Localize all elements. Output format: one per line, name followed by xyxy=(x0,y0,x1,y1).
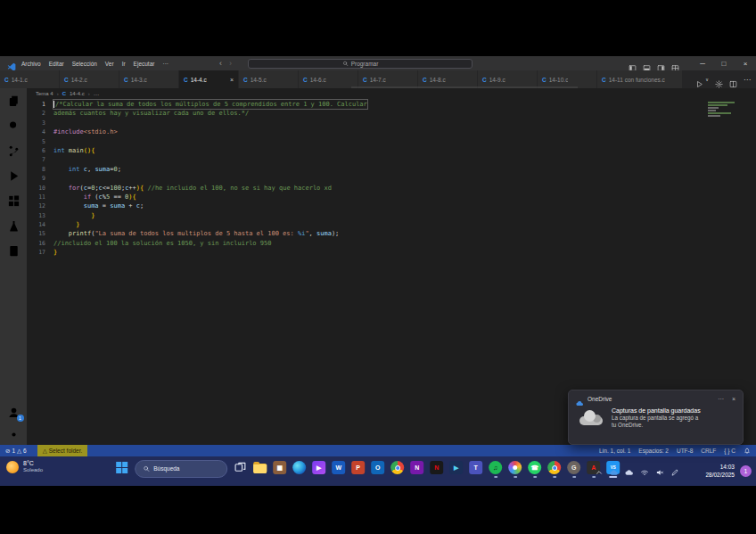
explorer-icon[interactable] xyxy=(7,94,21,108)
tab-close-icon[interactable]: × xyxy=(230,77,234,83)
line-number: 17 xyxy=(27,248,53,257)
whatsapp-glyph: ☎ xyxy=(528,461,541,474)
maximize-button[interactable]: □ xyxy=(713,60,735,68)
prime-video-taskbar-icon[interactable]: ▶ xyxy=(449,461,463,478)
more-actions-icon[interactable]: ⋯ xyxy=(744,76,751,84)
minimap[interactable] xyxy=(708,102,740,123)
tab-14-9.c[interactable]: C14-9.c xyxy=(478,70,538,88)
file-explorer-taskbar-icon[interactable] xyxy=(253,462,267,477)
tab-14-8.c[interactable]: C14-8.c xyxy=(418,70,478,88)
outlook-taskbar-icon[interactable]: O xyxy=(371,461,384,478)
spotify-taskbar-icon[interactable]: ♫ xyxy=(489,461,502,478)
toast-more-button[interactable]: ⋯ xyxy=(718,396,724,403)
menu-editar[interactable]: Editar xyxy=(49,61,64,67)
breadcrumb[interactable]: Tema 4 › C 14-4.c › ⋯ xyxy=(27,88,756,99)
search-pill-taskbar-icon[interactable]: Búsqueda xyxy=(135,462,227,478)
account-badge: 1 xyxy=(17,415,24,422)
taskbar-clock[interactable]: 14:03 28/02/2025 xyxy=(705,464,735,479)
tab-14-10.c[interactable]: C14-10.c xyxy=(538,70,597,88)
menu-archivo[interactable]: Archivo xyxy=(21,61,41,67)
breadcrumb-folder[interactable]: Tema 4 xyxy=(36,91,53,96)
media-player-taskbar-icon[interactable]: ▶ xyxy=(312,461,325,478)
panel-right-icon[interactable] xyxy=(657,60,665,68)
run-debug-icon[interactable] xyxy=(7,169,21,183)
layout-grid-icon[interactable] xyxy=(671,60,679,68)
status-l-n-1-col-1[interactable]: Lín. 1, col. 1 xyxy=(599,448,630,454)
account-icon[interactable]: 1 xyxy=(7,406,21,419)
edge-taskbar-icon[interactable] xyxy=(292,461,306,478)
chevron-up-icon[interactable] xyxy=(595,464,604,473)
status-crlf[interactable]: CRLF xyxy=(701,448,716,454)
run-icon[interactable] xyxy=(695,76,703,84)
tab-14-11 con funciones.c[interactable]: C14-11 con funciones.c xyxy=(597,70,683,88)
pen-icon[interactable] xyxy=(670,464,679,473)
menu-ejecutar[interactable]: Ejecutar xyxy=(134,61,155,67)
status--c[interactable]: { } C xyxy=(724,448,735,454)
tab-14-5.c[interactable]: C14-5.c xyxy=(239,70,299,88)
extensions-icon[interactable] xyxy=(7,194,21,208)
c-file-icon: C xyxy=(124,77,128,83)
microsoft-store-taskbar-icon[interactable]: ▦ xyxy=(273,461,286,478)
close-button[interactable]: × xyxy=(735,60,756,68)
notebook-icon[interactable] xyxy=(7,244,21,258)
task-view-taskbar-icon[interactable] xyxy=(234,461,247,478)
run-dropdown-icon[interactable]: ∨ xyxy=(705,77,709,82)
weather-temp: 8°C xyxy=(23,460,43,467)
source-control-icon[interactable] xyxy=(7,144,21,158)
tab-14-2.c[interactable]: C14-2.c xyxy=(60,70,119,88)
search-icon[interactable] xyxy=(7,119,21,133)
tab-14-4.c[interactable]: C14-4.c× xyxy=(179,70,239,88)
tab-14-7.c[interactable]: C14-7.c xyxy=(358,70,418,88)
menu-ir[interactable]: Ir xyxy=(122,61,126,67)
cloud-icon[interactable] xyxy=(625,464,634,473)
command-center-search[interactable]: Programar xyxy=(248,59,472,69)
menu-selección[interactable]: Selección xyxy=(72,61,97,67)
teams-taskbar-icon[interactable]: T xyxy=(469,461,482,478)
panel-bottom-icon[interactable] xyxy=(643,60,651,68)
photos-taskbar-icon[interactable] xyxy=(508,461,522,478)
chrome-taskbar-icon[interactable] xyxy=(390,461,404,478)
whatsapp-taskbar-icon[interactable]: ☎ xyxy=(528,461,541,478)
weather-widget[interactable]: 8°C Soleado xyxy=(6,460,43,473)
notifications-bell-icon[interactable] xyxy=(744,448,751,455)
split-icon[interactable] xyxy=(729,76,737,84)
toast-close-button[interactable]: × xyxy=(732,396,735,403)
menu-ver[interactable]: Ver xyxy=(105,61,114,67)
word-taskbar-icon[interactable]: W xyxy=(332,461,345,478)
onenote-taskbar-icon[interactable]: N xyxy=(410,461,423,478)
word-glyph: W xyxy=(332,461,345,474)
netflix-taskbar-icon[interactable]: N xyxy=(430,461,443,478)
panel-left-icon[interactable] xyxy=(629,60,637,68)
status-utf-8[interactable]: UTF-8 xyxy=(677,448,693,454)
settings-icon[interactable] xyxy=(7,428,21,441)
warnings-count: 6 xyxy=(23,448,27,454)
settings-icon[interactable] xyxy=(715,76,723,84)
volume-muted-icon[interactable] xyxy=(655,464,664,473)
minimize-button[interactable]: ─ xyxy=(692,60,713,68)
cloud-illustration xyxy=(578,410,604,425)
powerpoint-taskbar-icon[interactable]: P xyxy=(351,461,365,478)
start-taskbar-icon[interactable] xyxy=(116,462,128,478)
tab-14-1.c[interactable]: C14-1.c xyxy=(0,70,60,88)
breadcrumb-tail[interactable]: ⋯ xyxy=(94,91,99,97)
tab-label: 14-8.c xyxy=(430,77,446,83)
testing-icon[interactable] xyxy=(7,219,21,233)
status-bar: ⊘ 1 △ 6 △ Select folder. Lín. 1, col. 1E… xyxy=(0,445,756,456)
forward-arrow-icon[interactable]: › xyxy=(229,59,232,68)
code-text: } xyxy=(53,220,80,229)
gimp-taskbar-icon[interactable]: G xyxy=(567,461,580,478)
tab-14-3.c[interactable]: C14-3.c xyxy=(119,70,179,88)
browser-taskbar-icon[interactable] xyxy=(547,461,561,478)
line-number: 10 xyxy=(27,184,53,193)
menu-···[interactable]: ··· xyxy=(162,61,168,67)
notification-count-badge[interactable]: 1 xyxy=(740,465,752,477)
select-folder-badge[interactable]: △ Select folder. xyxy=(37,445,88,456)
toast-body-line1: La captura de pantalla se agregó a xyxy=(612,415,698,421)
breadcrumb-file[interactable]: 14-4.c xyxy=(70,91,85,96)
status-espacios-2[interactable]: Espacios: 2 xyxy=(638,448,669,454)
back-arrow-icon[interactable]: ‹ xyxy=(219,59,222,68)
tab-14-6.c[interactable]: C14-6.c xyxy=(299,70,358,88)
problems-indicator[interactable]: ⊘ 1 △ 6 xyxy=(5,448,27,455)
wifi-icon[interactable] xyxy=(640,464,649,473)
onedrive-cloud-icon[interactable] xyxy=(610,464,619,473)
